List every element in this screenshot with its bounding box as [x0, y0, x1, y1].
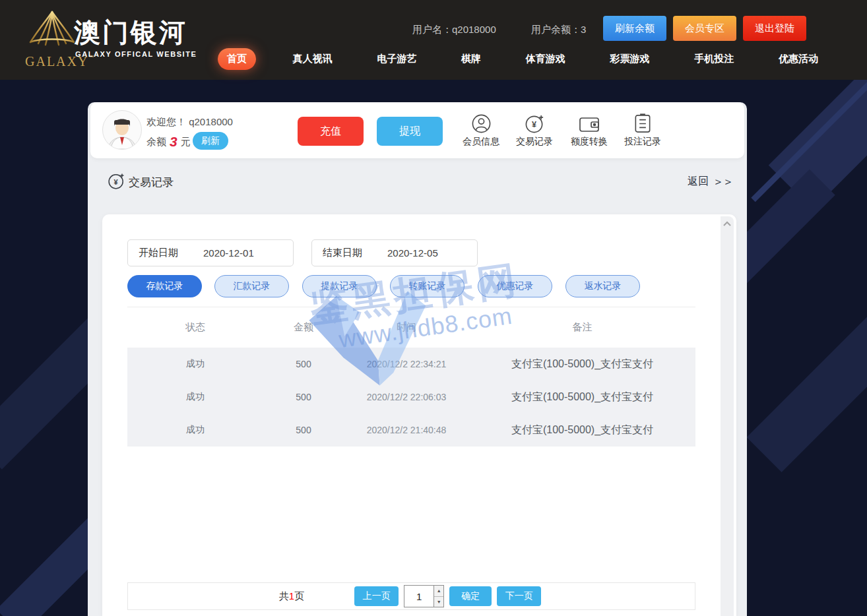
tab-deposit-records[interactable]: 存款记录 [127, 275, 202, 297]
nav-mobile-bet[interactable]: 手机投注 [686, 48, 742, 70]
records-panel: 开始日期 2020-12-01 结束日期 2020-12-05 存款记录 汇款记… [102, 214, 736, 616]
cell-status: 成功 [127, 424, 263, 436]
cell-time: 2020/12/2 22:06:03 [344, 392, 469, 402]
brand-tagline: GALAXY OFFICAL WEBSITE [75, 50, 197, 58]
pagination-bar: 共1页 上一页 ▲ ▼ 确定 下一页 [127, 582, 695, 610]
tab-rebate-records[interactable]: 返水记录 [565, 275, 640, 297]
col-status: 状态 [127, 321, 263, 334]
nav-home[interactable]: 首页 [218, 48, 256, 70]
page-total-text: 共1页 [279, 590, 304, 603]
balance-text: 用户余额：3 [531, 24, 586, 36]
username-text: 用户名：q2018000 [412, 24, 496, 36]
cell-amount: 500 [263, 425, 344, 435]
balance-amount: 3 [170, 134, 177, 150]
page-number-stepper: ▲ ▼ [434, 586, 443, 607]
bg-parallelogram [747, 316, 867, 472]
cell-status: 成功 [127, 391, 263, 403]
page-number-input[interactable] [404, 586, 434, 607]
table-header-row: 状态 金额 时间 备注 [127, 313, 695, 341]
nav-promotions[interactable]: 优惠活动 [771, 48, 826, 70]
end-date-value: 2020-12-05 [387, 247, 438, 259]
withdraw-button[interactable]: 提现 [377, 117, 443, 146]
double-chevron-right-icon: ＞＞ [713, 174, 732, 189]
clipboard-icon [622, 111, 663, 134]
cell-remark: 支付宝(100-5000)_支付宝支付 [469, 390, 695, 404]
confirm-page-button[interactable]: 确定 [449, 586, 492, 606]
table-row: 成功 500 2020/12/2 22:34:21 支付宝(100-5000)_… [127, 348, 695, 381]
quick-link-bet-records[interactable]: 投注记录 [622, 111, 663, 148]
logout-button[interactable]: 退出登陆 [743, 16, 806, 41]
page: GALAXY™ 澳门银河 GALAXY OFFICAL WEBSITE 用户名：… [0, 0, 867, 616]
wallet-icon [569, 111, 610, 134]
cell-remark: 支付宝(100-5000)_支付宝支付 [469, 357, 695, 371]
cell-remark: 支付宝(100-5000)_支付宝支付 [469, 423, 695, 437]
svg-text:¥: ¥ [532, 120, 536, 129]
refresh-pill-button[interactable]: 刷新 [193, 132, 228, 150]
quick-link-transactions[interactable]: ¥ 交易记录 [514, 111, 555, 148]
user-card: 欢迎您！ q2018000 余额 3 元 刷新 充值 提现 会员信息 [90, 102, 744, 158]
section-header: ¥ 交易记录 返回 ＞＞ [88, 158, 747, 214]
quick-link-member-info[interactable]: 会员信息 [461, 111, 501, 148]
cell-status: 成功 [127, 358, 263, 370]
vip-zone-button[interactable]: 会员专区 [673, 16, 736, 41]
header: GALAXY™ 澳门银河 GALAXY OFFICAL WEBSITE 用户名：… [0, 0, 867, 80]
galaxy-fan-icon [25, 7, 79, 51]
end-date-picker[interactable]: 结束日期 2020-12-05 [311, 239, 478, 266]
nav-sports[interactable]: 体育游戏 [518, 48, 573, 70]
cell-amount: 500 [263, 359, 344, 369]
deposit-button[interactable]: 充值 [298, 117, 364, 146]
total-pages: 1 [289, 590, 294, 601]
cell-amount: 500 [263, 392, 344, 402]
main-container: 欢迎您！ q2018000 余额 3 元 刷新 充值 提现 会员信息 [88, 102, 747, 616]
refresh-balance-button[interactable]: 刷新余额 [603, 16, 666, 41]
nav-live-casino[interactable]: 真人视讯 [285, 48, 340, 70]
svg-text:¥: ¥ [114, 178, 119, 186]
cell-time: 2020/12/2 22:34:21 [344, 359, 469, 369]
quick-link-credit-transfer[interactable]: 额度转换 [569, 111, 610, 148]
divider [127, 307, 695, 307]
balance-line: 余额 3 元 [146, 134, 191, 150]
welcome-text: 欢迎您！ q2018000 [146, 116, 233, 129]
brand-cn-title: 澳门银河 [74, 15, 187, 51]
table-row: 成功 500 2020/12/2 21:40:48 支付宝(100-5000)_… [127, 414, 695, 447]
table-row: 成功 500 2020/12/2 22:06:03 支付宝(100-5000)_… [127, 381, 695, 414]
spinner-down-icon[interactable]: ▼ [434, 597, 443, 607]
start-date-value: 2020-12-01 [203, 247, 254, 259]
page-number-box: ▲ ▼ [404, 585, 444, 607]
transaction-record-icon: ¥ [108, 172, 125, 193]
section-title: 交易记录 [129, 175, 174, 190]
nav-chess[interactable]: 棋牌 [453, 48, 489, 70]
table-body: 成功 500 2020/12/2 22:34:21 支付宝(100-5000)_… [127, 348, 695, 447]
prev-page-button[interactable]: 上一页 [354, 586, 399, 606]
tab-withdrawal-records[interactable]: 提款记录 [302, 275, 377, 297]
panel-scrollbar[interactable] [721, 216, 734, 616]
chevron-up-icon [723, 221, 731, 226]
col-remark: 备注 [469, 321, 695, 334]
next-page-button[interactable]: 下一页 [497, 586, 541, 606]
tab-promo-records[interactable]: 优惠记录 [478, 275, 552, 297]
main-nav: 首页 真人视讯 电子游艺 棋牌 体育游戏 彩票游戏 手机投注 优惠活动 [218, 46, 826, 71]
tab-transfer-records[interactable]: 转账记录 [390, 275, 465, 297]
person-avatar-icon [103, 111, 141, 149]
tab-remittance-records[interactable]: 汇款记录 [214, 275, 289, 297]
back-link[interactable]: 返回 ＞＞ [688, 174, 732, 189]
member-info-icon [461, 111, 501, 134]
col-time: 时间 [344, 321, 469, 334]
transaction-record-icon: ¥ [514, 111, 555, 134]
col-amount: 金额 [263, 321, 344, 334]
avatar[interactable] [102, 110, 142, 150]
cell-time: 2020/12/2 21:40:48 [344, 425, 469, 435]
nav-lottery[interactable]: 彩票游戏 [602, 48, 658, 70]
spinner-up-icon[interactable]: ▲ [434, 586, 443, 597]
nav-slots[interactable]: 电子游艺 [369, 48, 424, 70]
start-date-picker[interactable]: 开始日期 2020-12-01 [127, 239, 294, 266]
